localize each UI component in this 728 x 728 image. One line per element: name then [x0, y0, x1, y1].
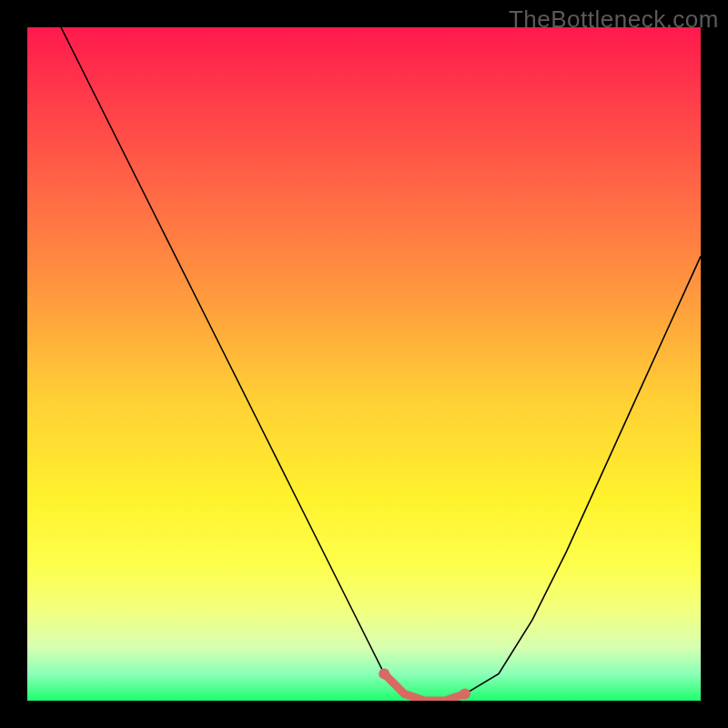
optimal-range-highlight: [384, 673, 465, 701]
bottleneck-curve-line: [61, 27, 701, 701]
chart-frame: TheBottleneck.com: [0, 0, 728, 728]
chart-svg: [27, 27, 701, 701]
optimal-range-end-dot: [460, 689, 470, 700]
optimal-range-start-dot: [379, 668, 389, 679]
watermark-text: TheBottleneck.com: [509, 5, 719, 34]
plot-area: [27, 27, 701, 701]
